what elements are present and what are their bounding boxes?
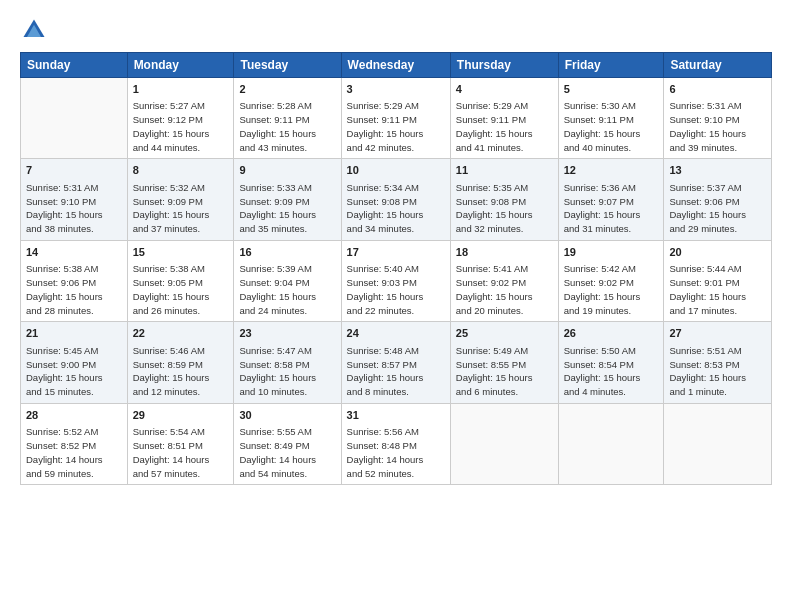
day-info: Sunrise: 5:34 AM Sunset: 9:08 PM Dayligh… [347,181,445,236]
calendar-cell: 3Sunrise: 5:29 AM Sunset: 9:11 PM Daylig… [341,78,450,159]
day-info: Sunrise: 5:48 AM Sunset: 8:57 PM Dayligh… [347,344,445,399]
day-info: Sunrise: 5:29 AM Sunset: 9:11 PM Dayligh… [456,99,553,154]
calendar-header-row: SundayMondayTuesdayWednesdayThursdayFrid… [21,53,772,78]
calendar-week-row: 7Sunrise: 5:31 AM Sunset: 9:10 PM Daylig… [21,159,772,240]
day-number: 24 [347,326,445,341]
calendar-cell: 26Sunrise: 5:50 AM Sunset: 8:54 PM Dayli… [558,322,664,403]
weekday-header: Tuesday [234,53,341,78]
day-number: 1 [133,82,229,97]
calendar-cell: 17Sunrise: 5:40 AM Sunset: 9:03 PM Dayli… [341,240,450,321]
day-number: 10 [347,163,445,178]
day-number: 30 [239,408,335,423]
day-number: 5 [564,82,659,97]
calendar-cell: 13Sunrise: 5:37 AM Sunset: 9:06 PM Dayli… [664,159,772,240]
day-number: 28 [26,408,122,423]
calendar-cell: 18Sunrise: 5:41 AM Sunset: 9:02 PM Dayli… [450,240,558,321]
calendar-cell: 10Sunrise: 5:34 AM Sunset: 9:08 PM Dayli… [341,159,450,240]
day-number: 2 [239,82,335,97]
calendar-cell: 29Sunrise: 5:54 AM Sunset: 8:51 PM Dayli… [127,403,234,484]
calendar-cell: 8Sunrise: 5:32 AM Sunset: 9:09 PM Daylig… [127,159,234,240]
day-info: Sunrise: 5:41 AM Sunset: 9:02 PM Dayligh… [456,262,553,317]
day-number: 6 [669,82,766,97]
day-info: Sunrise: 5:35 AM Sunset: 9:08 PM Dayligh… [456,181,553,236]
weekday-header: Friday [558,53,664,78]
calendar-cell: 1Sunrise: 5:27 AM Sunset: 9:12 PM Daylig… [127,78,234,159]
day-info: Sunrise: 5:50 AM Sunset: 8:54 PM Dayligh… [564,344,659,399]
calendar-cell [21,78,128,159]
day-number: 22 [133,326,229,341]
day-info: Sunrise: 5:55 AM Sunset: 8:49 PM Dayligh… [239,425,335,480]
day-number: 15 [133,245,229,260]
calendar-cell: 5Sunrise: 5:30 AM Sunset: 9:11 PM Daylig… [558,78,664,159]
day-number: 11 [456,163,553,178]
day-number: 4 [456,82,553,97]
day-info: Sunrise: 5:39 AM Sunset: 9:04 PM Dayligh… [239,262,335,317]
day-info: Sunrise: 5:31 AM Sunset: 9:10 PM Dayligh… [26,181,122,236]
calendar-cell: 12Sunrise: 5:36 AM Sunset: 9:07 PM Dayli… [558,159,664,240]
day-number: 9 [239,163,335,178]
day-number: 20 [669,245,766,260]
day-number: 21 [26,326,122,341]
day-info: Sunrise: 5:32 AM Sunset: 9:09 PM Dayligh… [133,181,229,236]
day-number: 14 [26,245,122,260]
day-info: Sunrise: 5:31 AM Sunset: 9:10 PM Dayligh… [669,99,766,154]
calendar-cell: 19Sunrise: 5:42 AM Sunset: 9:02 PM Dayli… [558,240,664,321]
calendar-week-row: 14Sunrise: 5:38 AM Sunset: 9:06 PM Dayli… [21,240,772,321]
weekday-header: Monday [127,53,234,78]
day-number: 7 [26,163,122,178]
calendar-table: SundayMondayTuesdayWednesdayThursdayFrid… [20,52,772,485]
day-info: Sunrise: 5:45 AM Sunset: 9:00 PM Dayligh… [26,344,122,399]
calendar-cell: 22Sunrise: 5:46 AM Sunset: 8:59 PM Dayli… [127,322,234,403]
day-number: 23 [239,326,335,341]
day-info: Sunrise: 5:28 AM Sunset: 9:11 PM Dayligh… [239,99,335,154]
calendar-cell: 11Sunrise: 5:35 AM Sunset: 9:08 PM Dayli… [450,159,558,240]
calendar-week-row: 28Sunrise: 5:52 AM Sunset: 8:52 PM Dayli… [21,403,772,484]
weekday-header: Saturday [664,53,772,78]
day-info: Sunrise: 5:38 AM Sunset: 9:06 PM Dayligh… [26,262,122,317]
calendar-cell: 7Sunrise: 5:31 AM Sunset: 9:10 PM Daylig… [21,159,128,240]
day-info: Sunrise: 5:44 AM Sunset: 9:01 PM Dayligh… [669,262,766,317]
day-info: Sunrise: 5:27 AM Sunset: 9:12 PM Dayligh… [133,99,229,154]
calendar-cell: 16Sunrise: 5:39 AM Sunset: 9:04 PM Dayli… [234,240,341,321]
calendar-cell: 14Sunrise: 5:38 AM Sunset: 9:06 PM Dayli… [21,240,128,321]
day-number: 8 [133,163,229,178]
calendar-cell [450,403,558,484]
day-info: Sunrise: 5:51 AM Sunset: 8:53 PM Dayligh… [669,344,766,399]
day-number: 13 [669,163,766,178]
day-info: Sunrise: 5:46 AM Sunset: 8:59 PM Dayligh… [133,344,229,399]
day-info: Sunrise: 5:42 AM Sunset: 9:02 PM Dayligh… [564,262,659,317]
weekday-header: Wednesday [341,53,450,78]
logo [20,16,52,44]
day-number: 12 [564,163,659,178]
day-info: Sunrise: 5:47 AM Sunset: 8:58 PM Dayligh… [239,344,335,399]
header [20,16,772,44]
day-number: 27 [669,326,766,341]
calendar-cell: 2Sunrise: 5:28 AM Sunset: 9:11 PM Daylig… [234,78,341,159]
day-info: Sunrise: 5:40 AM Sunset: 9:03 PM Dayligh… [347,262,445,317]
day-number: 31 [347,408,445,423]
calendar-cell: 28Sunrise: 5:52 AM Sunset: 8:52 PM Dayli… [21,403,128,484]
day-info: Sunrise: 5:30 AM Sunset: 9:11 PM Dayligh… [564,99,659,154]
calendar-cell: 6Sunrise: 5:31 AM Sunset: 9:10 PM Daylig… [664,78,772,159]
calendar-cell: 21Sunrise: 5:45 AM Sunset: 9:00 PM Dayli… [21,322,128,403]
day-info: Sunrise: 5:33 AM Sunset: 9:09 PM Dayligh… [239,181,335,236]
day-info: Sunrise: 5:52 AM Sunset: 8:52 PM Dayligh… [26,425,122,480]
calendar-cell: 24Sunrise: 5:48 AM Sunset: 8:57 PM Dayli… [341,322,450,403]
calendar-cell: 9Sunrise: 5:33 AM Sunset: 9:09 PM Daylig… [234,159,341,240]
calendar-cell: 30Sunrise: 5:55 AM Sunset: 8:49 PM Dayli… [234,403,341,484]
day-info: Sunrise: 5:37 AM Sunset: 9:06 PM Dayligh… [669,181,766,236]
weekday-header: Thursday [450,53,558,78]
day-number: 17 [347,245,445,260]
calendar-week-row: 1Sunrise: 5:27 AM Sunset: 9:12 PM Daylig… [21,78,772,159]
day-info: Sunrise: 5:29 AM Sunset: 9:11 PM Dayligh… [347,99,445,154]
page: SundayMondayTuesdayWednesdayThursdayFrid… [0,0,792,612]
day-number: 19 [564,245,659,260]
weekday-header: Sunday [21,53,128,78]
calendar-cell: 31Sunrise: 5:56 AM Sunset: 8:48 PM Dayli… [341,403,450,484]
day-number: 29 [133,408,229,423]
calendar-cell [664,403,772,484]
calendar-week-row: 21Sunrise: 5:45 AM Sunset: 9:00 PM Dayli… [21,322,772,403]
day-number: 16 [239,245,335,260]
day-number: 26 [564,326,659,341]
day-info: Sunrise: 5:56 AM Sunset: 8:48 PM Dayligh… [347,425,445,480]
